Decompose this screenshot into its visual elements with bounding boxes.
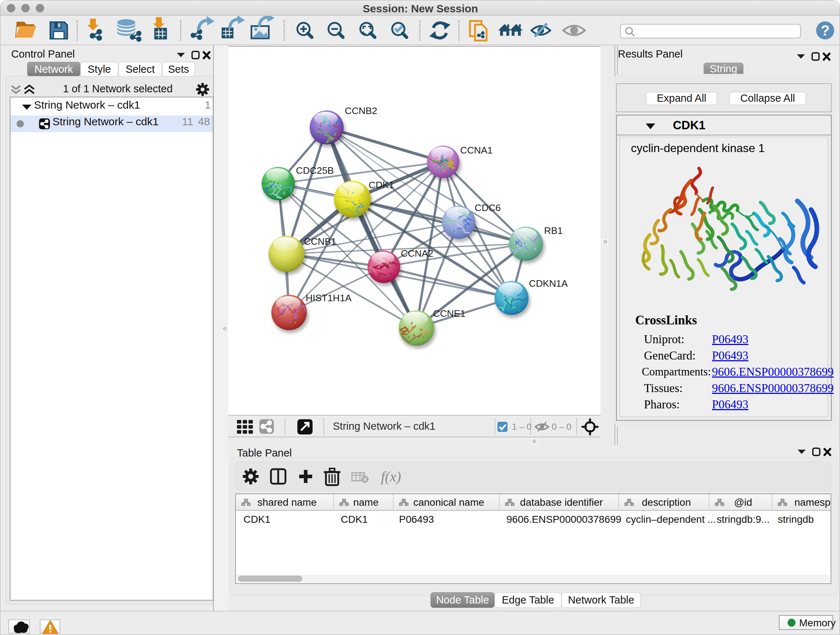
svg-text:CCNB1: CCNB1 — [304, 236, 336, 247]
svg-text:RB1: RB1 — [544, 225, 563, 236]
svg-text:CDC6: CDC6 — [475, 203, 501, 213]
svg-text:CCNE1: CCNE1 — [433, 308, 466, 319]
svg-text:CCNA2: CCNA2 — [401, 248, 433, 259]
svg-text:HIST1H1A: HIST1H1A — [306, 293, 352, 303]
svg-text:?: ? — [821, 22, 829, 38]
svg-text:CCNA1: CCNA1 — [460, 145, 493, 156]
svg-text:CDK1: CDK1 — [369, 180, 394, 190]
svg-text:CDC25B: CDC25B — [296, 165, 334, 176]
svg-text:f(x): f(x) — [381, 469, 401, 485]
svg-text:CDKN1A: CDKN1A — [529, 278, 568, 289]
svg-text:CCNB2: CCNB2 — [345, 105, 377, 116]
